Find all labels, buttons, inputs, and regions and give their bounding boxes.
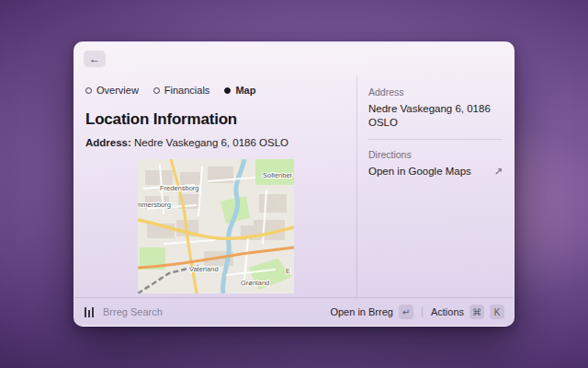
tab-financials[interactable]: Financials <box>153 85 210 96</box>
enter-key-icon: ↵ <box>399 305 413 319</box>
radio-icon <box>85 87 92 94</box>
external-link-icon: ↗ <box>494 166 503 178</box>
map-image: Fredensborg mmersborg Sofienber Vaterlan… <box>138 159 294 293</box>
radio-selected-icon <box>224 87 231 94</box>
topbar: ← <box>74 42 514 75</box>
back-arrow-icon: ← <box>89 52 100 65</box>
brreg-logo-icon <box>84 306 96 318</box>
radio-icon <box>153 87 160 94</box>
cmd-key-icon: ⌘ <box>469 305 484 319</box>
map-label: Grønland <box>241 279 269 287</box>
content-area: Overview Financials Map Location Informa… <box>74 75 514 297</box>
tab-label: Overview <box>96 85 139 96</box>
footer-actions: Open in Brreg ↵ Actions ⌘ K <box>330 305 504 319</box>
address-value: Nedre Vaskegang 6, 0186 OSLO <box>134 137 288 148</box>
map-label: Sofienber <box>263 171 293 179</box>
view-tabs: Overview Financials Map <box>85 85 345 96</box>
address-label: Address: <box>85 137 131 148</box>
metadata-sidebar: Address Nedre Vaskegang 6, 0186 OSLO Dir… <box>357 75 514 297</box>
tab-label: Map <box>235 85 255 96</box>
footer-bar: Brreg Search Open in Brreg ↵ Actions ⌘ K <box>74 297 514 326</box>
page-title: Location Information <box>85 110 345 129</box>
back-button[interactable]: ← <box>84 51 106 67</box>
app-window: ← Overview Financials Map Location Infor… <box>74 41 514 327</box>
map-label: E <box>286 267 290 275</box>
map-label: Vaterland <box>189 265 219 273</box>
sidebar-directions-label: Directions <box>368 149 503 160</box>
map-container: Fredensborg mmersborg Sofienber Vaterlan… <box>85 159 345 293</box>
main-panel: Overview Financials Map Location Informa… <box>74 75 356 297</box>
map-label: Fredensborg <box>160 184 199 192</box>
sidebar-address-label: Address <box>368 86 503 98</box>
address-line: Address: Nedre Vaskegang 6, 0186 OSLO <box>85 137 345 148</box>
open-google-maps-link[interactable]: Open in Google Maps ↗ <box>368 165 503 178</box>
map-label: mmersborg <box>138 201 171 209</box>
actions-button[interactable]: Actions <box>431 306 464 317</box>
tab-map[interactable]: Map <box>224 85 255 96</box>
k-key: K <box>490 305 504 319</box>
footer-command-name: Brreg Search <box>103 306 163 317</box>
sidebar-divider <box>368 139 503 140</box>
footer-separator <box>422 306 423 317</box>
open-google-maps-label: Open in Google Maps <box>368 165 471 178</box>
tab-overview[interactable]: Overview <box>85 85 139 96</box>
tab-label: Financials <box>164 85 210 96</box>
sidebar-address-value: Nedre Vaskegang 6, 0186 OSLO <box>368 102 503 130</box>
open-in-brreg-button[interactable]: Open in Brreg <box>330 306 392 317</box>
